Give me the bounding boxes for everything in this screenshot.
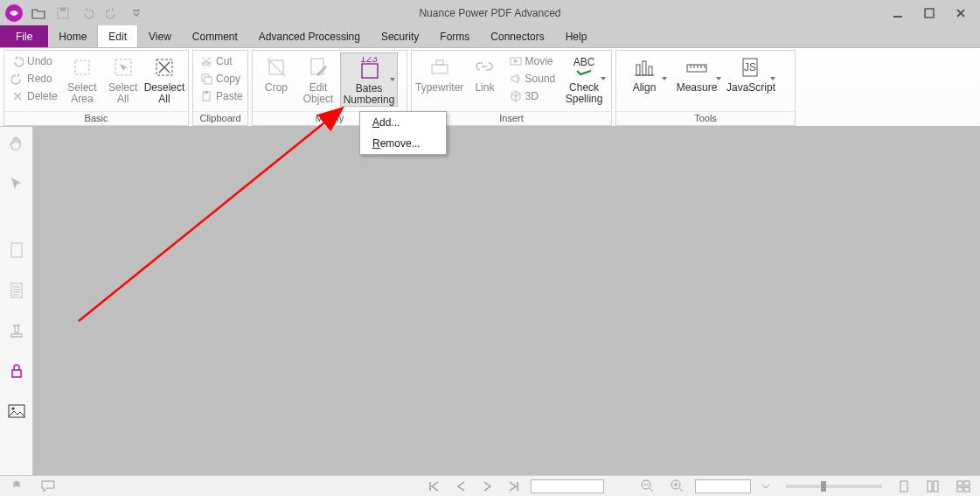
quick-access-dropdown-icon[interactable] xyxy=(126,3,147,23)
stamp-panel-button[interactable] xyxy=(5,319,28,342)
first-page-button[interactable] xyxy=(422,480,445,493)
tab-home[interactable]: Home xyxy=(48,25,97,47)
svg-rect-38 xyxy=(957,481,963,486)
tab-file[interactable]: File xyxy=(0,25,48,47)
comment-view-icon[interactable] xyxy=(35,479,61,493)
app-menu-button[interactable] xyxy=(3,3,24,23)
group-clipboard: Cut Copy Paste Clipboard xyxy=(192,50,248,126)
crop-button[interactable]: Crop xyxy=(256,52,296,107)
select-area-icon xyxy=(73,58,92,77)
copy-button[interactable]: Copy xyxy=(197,70,247,87)
cut-label: Cut xyxy=(216,55,233,67)
check-spelling-label: Check Spelling xyxy=(566,81,603,105)
svg-rect-28 xyxy=(11,283,22,297)
crop-label: Crop xyxy=(265,81,288,94)
bates-numbering-button[interactable]: 123 Bates Numbering xyxy=(340,52,398,107)
maximize-button[interactable] xyxy=(914,3,945,23)
select-tool-button[interactable] xyxy=(5,172,28,195)
check-spelling-button[interactable]: ABC Check Spelling xyxy=(560,52,608,107)
menu-item-remove[interactable]: Remove... xyxy=(360,133,446,154)
save-icon[interactable] xyxy=(52,3,73,23)
cut-button[interactable]: Cut xyxy=(197,52,247,70)
scissors-icon xyxy=(200,55,212,67)
svg-rect-40 xyxy=(957,487,963,492)
document-workspace xyxy=(33,127,980,475)
zoom-out-button[interactable] xyxy=(636,479,660,493)
tab-advanced-processing[interactable]: Advanced Processing xyxy=(248,25,371,47)
deselect-all-button[interactable]: Deselect All xyxy=(144,52,184,107)
svg-rect-24 xyxy=(687,65,706,72)
svg-rect-18 xyxy=(436,60,443,65)
tab-security[interactable]: Security xyxy=(371,25,429,47)
zoom-dropdown-icon[interactable] xyxy=(756,482,775,491)
select-all-icon xyxy=(114,58,133,77)
undo-button[interactable]: Undo xyxy=(8,52,61,70)
close-button[interactable] xyxy=(945,3,977,23)
sound-button[interactable]: Sound xyxy=(506,70,560,87)
zoom-level-input[interactable] xyxy=(695,479,751,493)
text-panel-button[interactable] xyxy=(5,279,28,302)
last-page-button[interactable] xyxy=(503,480,525,493)
page-panel-button[interactable] xyxy=(5,239,28,262)
javascript-icon: JS xyxy=(740,57,762,78)
tab-connectors[interactable]: Connectors xyxy=(480,25,554,47)
security-panel-button[interactable] xyxy=(5,360,28,382)
movie-icon xyxy=(510,55,522,67)
tab-help[interactable]: Help xyxy=(555,25,598,47)
select-area-button[interactable]: Select Area xyxy=(63,52,102,107)
measure-button[interactable]: Measure xyxy=(671,52,723,107)
tab-forms[interactable]: Forms xyxy=(429,25,480,47)
svg-rect-21 xyxy=(643,61,646,75)
select-all-button[interactable]: Select All xyxy=(103,52,142,107)
delete-x-icon xyxy=(11,90,24,102)
edit-object-label: Edit Object xyxy=(303,81,334,105)
paste-button[interactable]: Paste xyxy=(197,87,247,105)
link-icon xyxy=(474,58,495,77)
javascript-button[interactable]: JS JavaScript xyxy=(725,52,777,107)
link-button[interactable]: Link xyxy=(465,52,504,107)
svg-rect-2 xyxy=(893,16,902,17)
3d-button[interactable]: 3D xyxy=(506,87,560,105)
redo-icon[interactable] xyxy=(101,3,122,23)
link-label: Link xyxy=(475,81,494,94)
svg-rect-3 xyxy=(925,9,934,17)
movie-button[interactable]: Movie xyxy=(506,52,560,70)
page-number-input[interactable] xyxy=(531,479,604,493)
copy-label: Copy xyxy=(216,73,240,85)
basic-stack: Undo Redo Delete xyxy=(8,52,61,105)
minimize-button[interactable] xyxy=(882,3,914,23)
svg-rect-12 xyxy=(205,91,208,94)
zoom-slider[interactable] xyxy=(786,485,882,488)
typewriter-label: Typewriter xyxy=(415,81,463,94)
menu-item-add[interactable]: Add... xyxy=(360,112,446,133)
svg-rect-41 xyxy=(964,487,970,492)
next-page-button[interactable] xyxy=(476,480,497,493)
hand-tool-button[interactable] xyxy=(5,132,28,155)
paste-icon xyxy=(200,90,212,102)
delete-button[interactable]: Delete xyxy=(8,87,61,105)
status-bar xyxy=(0,475,980,496)
tab-comment[interactable]: Comment xyxy=(182,25,248,47)
single-page-view-icon[interactable] xyxy=(893,479,915,493)
undo-icon[interactable] xyxy=(77,3,98,23)
quick-access-toolbar xyxy=(0,3,147,23)
edit-object-button[interactable]: Edit Object xyxy=(298,52,338,107)
redo-button[interactable]: Redo xyxy=(8,70,61,87)
select-all-label: Select All xyxy=(108,81,137,105)
image-panel-button[interactable] xyxy=(5,400,28,423)
sound-icon xyxy=(510,73,522,85)
facing-view-icon[interactable] xyxy=(950,479,977,493)
tab-edit[interactable]: Edit xyxy=(97,25,138,47)
zoom-slider-thumb[interactable] xyxy=(821,481,826,492)
zoom-in-button[interactable] xyxy=(665,479,690,493)
align-button[interactable]: Align xyxy=(620,52,669,107)
tab-view[interactable]: View xyxy=(138,25,182,47)
typewriter-button[interactable]: Typewriter xyxy=(415,52,463,107)
svg-point-31 xyxy=(11,408,14,410)
open-icon[interactable] xyxy=(28,3,49,23)
prev-page-button[interactable] xyxy=(450,480,471,493)
pan-view-icon[interactable] xyxy=(3,479,30,494)
continuous-view-icon[interactable] xyxy=(921,479,945,493)
left-toolbar xyxy=(0,127,33,475)
svg-rect-17 xyxy=(432,65,448,73)
